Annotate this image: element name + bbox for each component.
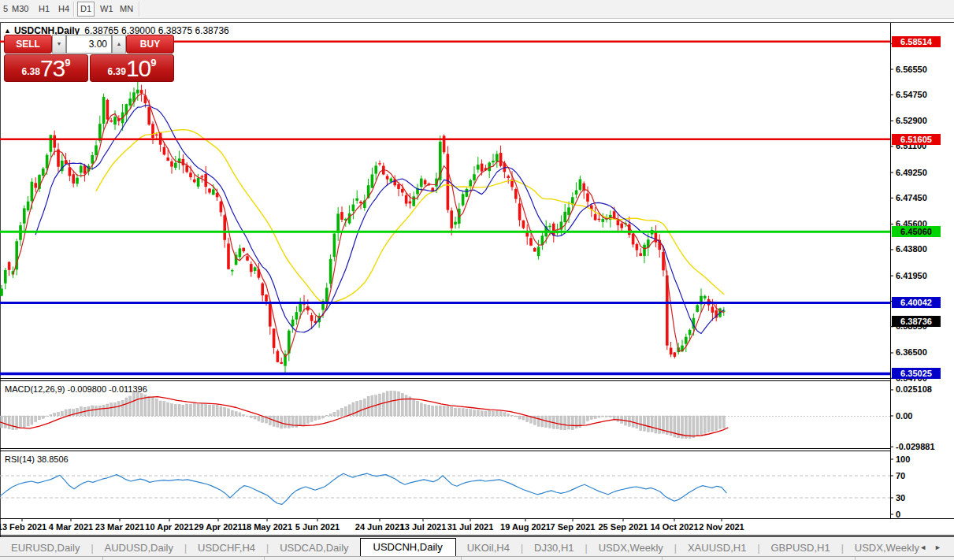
chart-tab-xauusd-h1[interactable]: XAUUSD,H1: [677, 540, 757, 556]
price-level-badge[interactable]: 6.40042: [892, 297, 941, 308]
chart-tab-gbpusd-h1[interactable]: GBPUSD,H1: [760, 540, 841, 556]
macd-histogram-bar: [224, 408, 226, 416]
toolbar-separator: [139, 2, 140, 17]
macd-histogram-bar: [707, 416, 710, 432]
macd-histogram-bar: [155, 399, 158, 416]
macd-histogram-bar: [201, 404, 203, 416]
macd-histogram-bar: [254, 416, 256, 419]
one-click-trade-panel: SELL ▼ 3.00 ▲ BUY 6.38 73 9 6.39 10 9: [4, 35, 174, 82]
candle-body: [223, 215, 226, 239]
candle-body: [563, 212, 566, 222]
candle-body: [227, 243, 230, 269]
price-level-badge[interactable]: 6.58514: [892, 36, 941, 47]
chart-tab-usdcnh-daily[interactable]: USDCNH,Daily: [360, 538, 456, 556]
chart-tab-audusd-daily[interactable]: AUDUSD,Daily: [94, 540, 184, 556]
macd-histogram-bar: [322, 416, 325, 418]
candle-body: [711, 307, 715, 313]
volume-decrease-button[interactable]: ▼: [52, 35, 66, 54]
price-level-badge[interactable]: 6.38736: [892, 316, 941, 327]
price-level-badge[interactable]: 6.35025: [892, 368, 941, 379]
buy-price-box[interactable]: 6.39 10 9: [90, 54, 174, 82]
candle-body: [147, 107, 150, 124]
candle-body: [46, 155, 49, 169]
macd-histogram-bar: [231, 410, 233, 416]
chart-tab-bar: ◄► EURUSD,Daily|AUDUSD,Daily|USDCHF,H4|U…: [0, 538, 954, 556]
macd-histogram-bar: [583, 416, 585, 424]
macd-histogram-bar: [447, 406, 449, 416]
sell-price-box[interactable]: 6.38 73 9: [4, 54, 88, 82]
candle-body: [140, 90, 143, 93]
candle-body: [424, 180, 427, 184]
chart-tab-usdx-weekly[interactable]: USDX,Weekly: [844, 540, 930, 556]
timeframe-button-d1[interactable]: D1: [77, 2, 95, 17]
price-level-badge[interactable]: 6.45060: [892, 226, 941, 237]
rsi-scale-label: 30: [896, 493, 905, 503]
timeframe-button-w1[interactable]: W1: [98, 2, 116, 15]
macd-histogram-bar: [568, 416, 570, 429]
statusbar-separator: [855, 557, 856, 560]
date-axis-label: 13 Feb 2021: [0, 522, 46, 532]
macd-histogram-bar: [288, 416, 290, 428]
timeframe-button-m30[interactable]: M30: [9, 2, 31, 15]
macd-histogram-bar: [333, 412, 336, 416]
macd-histogram-bar: [58, 412, 60, 416]
macd-histogram-bar: [394, 391, 396, 416]
chart-tab-dj30-h1[interactable]: DJ30,H1: [523, 540, 585, 556]
date-axis-label: 5 Jun 2021: [295, 522, 340, 532]
tab-scroll-arrows[interactable]: ◄►: [919, 543, 949, 551]
volume-increase-button[interactable]: ▲: [112, 35, 126, 54]
chart-tab-usdcad-daily[interactable]: USDCAD,Daily: [269, 540, 359, 556]
macd-histogram-bar: [432, 406, 434, 416]
chart-tab-usdchf-h4[interactable]: USDCHF,H4: [187, 540, 266, 556]
candle-body: [193, 180, 196, 183]
candle-body: [8, 262, 11, 270]
macd-histogram-bar: [689, 416, 691, 438]
collapse-triangle-icon[interactable]: ▲: [4, 27, 11, 35]
candle-body: [601, 219, 604, 222]
candle-body: [208, 188, 211, 192]
timeframe-toolbar: 5M30H1H4D1W1MN: [0, 0, 954, 19]
candle-body: [632, 234, 635, 245]
candle-body: [496, 154, 499, 161]
sell-button[interactable]: SELL: [4, 35, 52, 54]
tab-scroll-right-icon: ►: [934, 543, 949, 551]
price-level-badge[interactable]: 6.51605: [892, 134, 941, 145]
toolbar-separator: [73, 2, 75, 17]
timeframe-button-h1[interactable]: H1: [36, 2, 52, 15]
volume-input[interactable]: 3.00: [66, 35, 112, 54]
candle-body: [23, 208, 26, 223]
candle-body: [201, 176, 204, 178]
date-axis-label: 31 Jul 2021: [447, 522, 494, 532]
price-scale-label: 6.52900: [896, 116, 927, 125]
candle-body: [514, 189, 518, 199]
price-scale-label: 6.43800: [896, 244, 927, 254]
candle-body: [594, 214, 597, 220]
chart-tab-usdx-weekly[interactable]: USDX,Weekly: [588, 540, 674, 556]
buy-button[interactable]: BUY: [126, 35, 174, 54]
macd-histogram-bar: [451, 407, 453, 416]
macd-histogram-bar: [310, 416, 313, 421]
chart-tab-eurusd-daily[interactable]: EURUSD,Daily: [0, 540, 91, 556]
candle-body: [405, 195, 408, 204]
macd-histogram-bar: [235, 412, 237, 416]
candle-body: [420, 179, 423, 187]
macd-histogram-bar: [80, 407, 82, 416]
chart-canvas[interactable]: [0, 0, 954, 560]
macd-histogram-bar: [537, 416, 540, 426]
candle-body: [106, 100, 110, 120]
macd-histogram-bar: [360, 400, 362, 416]
candle-body: [575, 190, 578, 194]
timeframe-button-mn[interactable]: MN: [117, 2, 135, 15]
candle-body: [34, 183, 37, 187]
macd-histogram-bar: [609, 416, 611, 417]
macd-histogram-bar: [348, 405, 351, 416]
candle-body: [273, 328, 276, 348]
macd-histogram-bar: [466, 409, 468, 416]
chart-tab-ukoil-h4[interactable]: UKOil,H4: [456, 540, 521, 556]
macd-histogram-bar: [647, 416, 649, 432]
candle-body: [571, 197, 574, 204]
date-axis-label: 25 Sep 2021: [599, 522, 648, 532]
macd-scale-label: 0.025108: [896, 384, 932, 394]
timeframe-button-h4[interactable]: H4: [56, 2, 72, 15]
macd-histogram-bar: [159, 401, 161, 416]
